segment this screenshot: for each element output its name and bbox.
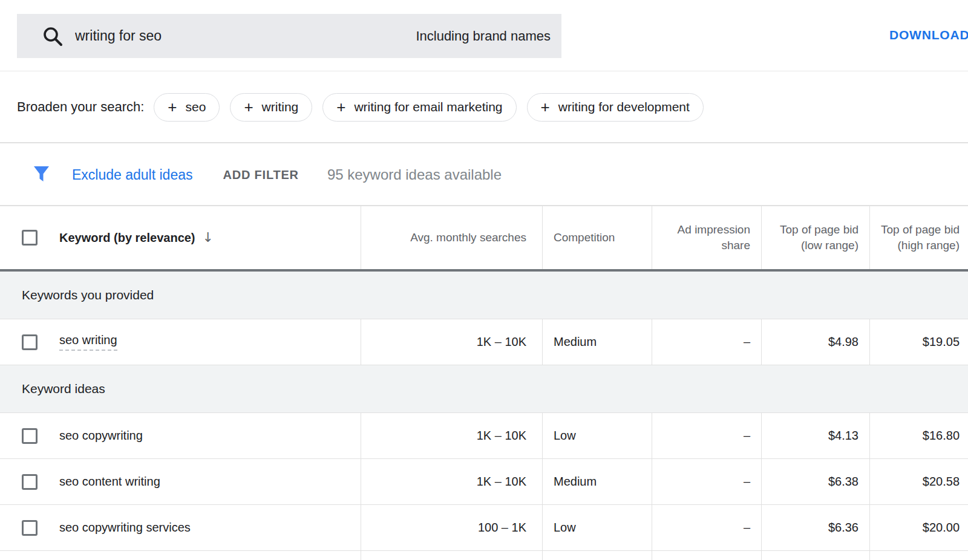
broaden-chip-writing-for-development[interactable]: + writing for development	[527, 93, 704, 122]
table-header-row: Keyword (by relevance) ↓ Avg. monthly se…	[0, 206, 968, 272]
bid-low-cell: $4.13	[761, 413, 869, 458]
searches-cell: 1K – 10K	[361, 319, 542, 365]
broaden-chip-writing[interactable]: + writing	[230, 93, 312, 122]
competition-cell: Low	[542, 413, 652, 458]
bid-low-cell: $6.38	[761, 459, 869, 504]
table-row: seo copywriting services 100 – 1K Low – …	[0, 505, 968, 551]
broaden-chips: + seo + writing + writing for email mark…	[154, 93, 704, 122]
header-top-of-page-bid-high[interactable]: Top of page bid (high range)	[869, 206, 968, 269]
top-search-area: Including brand names DOWNLOAD	[0, 0, 968, 71]
filter-funnel-icon	[33, 166, 50, 184]
row-checkbox[interactable]	[22, 428, 38, 444]
ad-share-cell: –	[652, 505, 761, 550]
searches-cell: 100 – 1K	[361, 505, 542, 550]
competition-cell: Low	[542, 505, 652, 550]
row-checkbox[interactable]	[22, 334, 38, 350]
broaden-chip-seo[interactable]: + seo	[154, 93, 220, 122]
section-label: Keyword ideas	[22, 382, 105, 396]
search-icon	[42, 26, 63, 47]
keyword-cell[interactable]: seo content writing	[59, 475, 160, 489]
ad-share-cell: –	[652, 319, 761, 365]
sort-descending-icon: ↓	[203, 229, 214, 247]
broaden-chip-writing-for-email-marketing[interactable]: + writing for email marketing	[322, 93, 516, 122]
row-checkbox[interactable]	[22, 474, 38, 490]
exclude-adult-ideas-link[interactable]: Exclude adult ideas	[72, 167, 192, 183]
keyword-search-bar[interactable]: Including brand names	[17, 14, 561, 58]
bid-low-cell: $4.98	[761, 319, 869, 365]
chip-label: writing	[262, 100, 299, 114]
keyword-search-input[interactable]	[75, 28, 416, 44]
section-label: Keywords you provided	[22, 288, 154, 302]
bid-low-cell: $6.36	[761, 505, 869, 550]
header-avg-monthly-searches[interactable]: Avg. monthly searches	[361, 206, 542, 269]
keyword-table: Keyword (by relevance) ↓ Avg. monthly se…	[0, 206, 968, 560]
chip-label: seo	[186, 100, 206, 114]
table-row: seo writing 1K – 10K Medium – $4.98 $19.…	[0, 319, 968, 365]
chip-label: writing for development	[558, 100, 690, 114]
chip-label: writing for email marketing	[354, 100, 502, 114]
keyword-cell[interactable]: seo copywriting	[59, 429, 143, 443]
section-row-keywords-you-provided: Keywords you provided	[0, 272, 968, 319]
keyword-planner-page: Including brand names DOWNLOAD Broaden y…	[0, 0, 968, 560]
header-top-of-page-bid-low[interactable]: Top of page bid (low range)	[761, 206, 869, 269]
filter-bar: Exclude adult ideas ADD FILTER 95 keywor…	[0, 145, 968, 206]
header-ad-impression-share[interactable]: Ad impression share	[652, 206, 761, 269]
competition-cell: Medium	[542, 459, 652, 504]
keyword-count-text: 95 keyword ideas available	[327, 166, 502, 183]
broaden-search-row: Broaden your search: + seo + writing + w…	[0, 72, 968, 143]
keyword-cell[interactable]: seo copywriting services	[59, 521, 191, 535]
broaden-search-label: Broaden your search:	[17, 99, 144, 115]
table-row: seo content writing 1K – 10K Medium – $6…	[0, 459, 968, 505]
select-all-checkbox[interactable]	[22, 230, 38, 246]
bid-high-cell: $20.00	[869, 505, 968, 550]
download-button[interactable]: DOWNLOAD	[889, 28, 968, 42]
bid-high-cell: $19.05	[869, 319, 968, 365]
keyword-cell[interactable]: seo writing	[59, 333, 117, 351]
bid-high-cell: $20.58	[869, 459, 968, 504]
section-row-keyword-ideas: Keyword ideas	[0, 365, 968, 413]
table-row: seo copywriting 1K – 10K Low – $4.13 $16…	[0, 413, 968, 459]
add-filter-button[interactable]: ADD FILTER	[223, 168, 298, 182]
brand-names-toggle[interactable]: Including brand names	[416, 28, 561, 44]
ad-share-cell: –	[652, 413, 761, 458]
plus-icon: +	[336, 99, 345, 115]
searches-cell: 1K – 10K	[361, 413, 542, 458]
ad-share-cell: –	[652, 459, 761, 504]
header-keyword: Keyword (by relevance) ↓	[0, 206, 361, 269]
competition-cell: Medium	[542, 319, 652, 365]
header-competition[interactable]: Competition	[542, 206, 652, 269]
bid-high-cell: $16.80	[869, 413, 968, 458]
searches-cell: 1K – 10K	[361, 459, 542, 504]
plus-icon: +	[168, 99, 177, 115]
row-checkbox[interactable]	[22, 520, 38, 536]
plus-icon: +	[244, 99, 253, 115]
table-row-partial	[0, 551, 968, 560]
header-keyword-label[interactable]: Keyword (by relevance)	[59, 230, 195, 246]
plus-icon: +	[541, 99, 550, 115]
